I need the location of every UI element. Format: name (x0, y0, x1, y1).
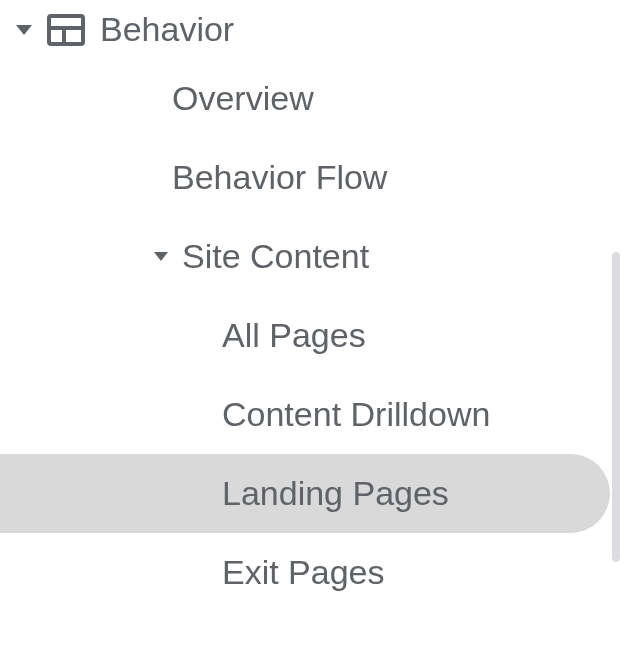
nav-subitem-label: Exit Pages (222, 553, 385, 592)
nav-subsection-label: Site Content (182, 237, 369, 276)
nav-section-behavior[interactable]: Behavior (0, 0, 620, 59)
nav-subitem-label: All Pages (222, 316, 366, 355)
nav-subitem-landing-pages[interactable]: Landing Pages (0, 454, 610, 533)
nav-subitem-label: Landing Pages (222, 474, 449, 513)
nav-subitem-label: Content Drilldown (222, 395, 490, 434)
nav-subitem-all-pages[interactable]: All Pages (0, 296, 620, 375)
section-label: Behavior (100, 10, 234, 49)
nav-subsection-site-content[interactable]: Site Content (0, 217, 620, 296)
nav-subitem-content-drilldown[interactable]: Content Drilldown (0, 375, 620, 454)
scrollbar[interactable] (612, 252, 620, 562)
nav-item-overview[interactable]: Overview (0, 59, 620, 138)
behavior-icon (46, 13, 86, 47)
nav-item-behavior-flow[interactable]: Behavior Flow (0, 138, 620, 217)
caret-down-icon (16, 25, 32, 35)
nav-item-label: Overview (172, 79, 314, 118)
nav-subitem-exit-pages[interactable]: Exit Pages (0, 533, 620, 612)
caret-down-icon (154, 252, 168, 261)
nav-item-label: Behavior Flow (172, 158, 387, 197)
